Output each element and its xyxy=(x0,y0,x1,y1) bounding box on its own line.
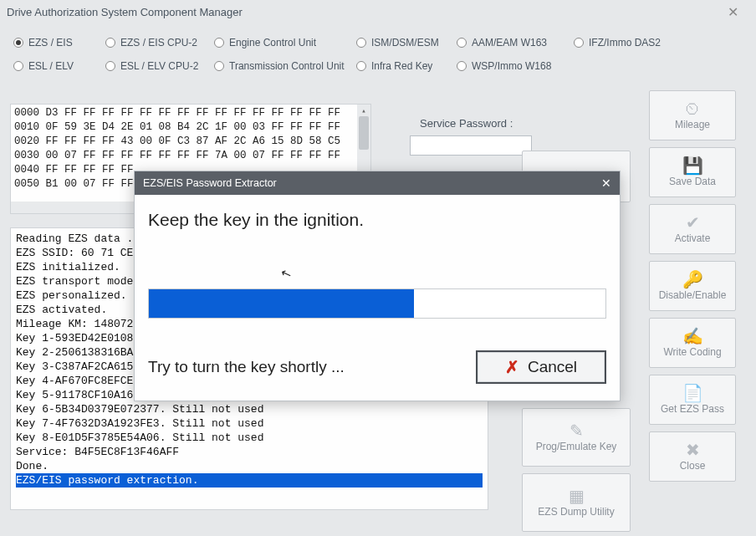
write-icon: ✍ xyxy=(682,328,703,345)
button-label: Close xyxy=(680,460,706,472)
dialog-message: Try to turn the key shortly ... xyxy=(148,358,345,376)
radio-esl-elv-cpu2[interactable]: ESL / ELV CPU-2 xyxy=(105,60,214,72)
log-line: Service: B4F5EC8F13F46AFF xyxy=(16,445,483,459)
dialog-titlebar: EZS/EIS Password Extractor ✕ xyxy=(135,171,620,195)
radio-label: ESL / ELV xyxy=(28,60,74,72)
radio-icon xyxy=(105,61,115,71)
save-icon: 💾 xyxy=(682,157,703,174)
ezs-dump-utility-button[interactable]: ▦EZS Dump Utility xyxy=(522,473,631,532)
progress-bar xyxy=(148,288,606,319)
write-coding-button[interactable]: ✍Write Coding xyxy=(649,318,736,368)
radio-label: Transmission Control Unit xyxy=(229,60,345,72)
log-line: Key 7-4F7632D3A1923FE3. Still not used xyxy=(16,416,483,431)
key-icon: 🔑 xyxy=(682,271,703,288)
log-line: Key 6-5B34D0379E072377. Still not used xyxy=(16,402,483,416)
radio-ezs-eis[interactable]: EZS / EIS xyxy=(13,37,105,48)
window-title: Drive Authorization System Component Man… xyxy=(7,6,243,18)
button-label: Disable/Enable xyxy=(659,289,727,301)
radio-icon xyxy=(214,61,224,71)
prog-emulate-key-button[interactable]: ✎Prog/Emulate Key xyxy=(522,408,631,467)
dialog-body: Keep the key in the ignition. Try to tur… xyxy=(135,195,620,401)
radio-icon xyxy=(457,38,467,48)
radio-label: EZS / EIS xyxy=(28,37,73,48)
cancel-button[interactable]: ✗ Cancel xyxy=(476,350,606,384)
radio-ezs-eis-cpu2[interactable]: EZS / EIS CPU-2 xyxy=(105,37,214,48)
radio-icon xyxy=(356,38,366,48)
right-button-column: ⏲Mileage 💾Save Data ✔Activate 🔑Disable/E… xyxy=(649,90,736,482)
save-data-button[interactable]: 💾Save Data xyxy=(649,147,736,197)
window-titlebar: Drive Authorization System Component Man… xyxy=(0,0,756,23)
close-icon: ✖ xyxy=(686,442,700,458)
window-close-icon[interactable]: ✕ xyxy=(716,4,749,20)
radio-icon xyxy=(13,61,23,71)
radio-ism-dsm-esm[interactable]: ISM/DSM/ESM xyxy=(356,37,457,48)
radio-ifz-immo-das2[interactable]: IFZ/Immo DAS2 xyxy=(574,37,674,48)
radio-label: WSP/Immo W168 xyxy=(472,60,551,72)
button-label: Write Coding xyxy=(663,346,721,358)
activate-button[interactable]: ✔Activate xyxy=(649,204,736,254)
service-password-label: Service Password : xyxy=(420,117,513,130)
hex-line: 0010 0F 59 3E D4 2E 01 08 B4 2C 1F 00 03… xyxy=(14,121,340,133)
radio-icon xyxy=(13,38,23,48)
pen-icon: ✎ xyxy=(570,422,584,439)
radio-wsp-immo[interactable]: WSP/Immo W168 xyxy=(457,60,574,72)
password-extractor-dialog: EZS/EIS Password Extractor ✕ Keep the ke… xyxy=(134,171,621,401)
component-radio-group: EZS / EIS EZS / EIS CPU-2 Engine Control… xyxy=(8,28,748,85)
close-button[interactable]: ✖Close xyxy=(649,431,736,482)
radio-icon xyxy=(457,61,467,71)
radio-label: Engine Control Unit xyxy=(229,37,316,48)
chip-icon: ▦ xyxy=(569,488,585,504)
radio-transmission[interactable]: Transmission Control Unit xyxy=(214,60,356,72)
radio-label: ISM/DSM/ESM xyxy=(371,37,439,48)
hex-line: 0020 FF FF FF FF 43 00 0F C3 87 AF 2C A6… xyxy=(14,135,340,147)
radio-label: IFZ/Immo DAS2 xyxy=(589,37,661,48)
button-label: Mileage xyxy=(675,119,710,130)
radio-icon xyxy=(356,61,366,71)
hex-line: 0040 FF FF FF FF FF xyxy=(14,164,134,176)
dialog-title: EZS/EIS Password Extractor xyxy=(143,177,277,189)
dialog-heading: Keep the key in the ignition. xyxy=(148,210,606,230)
log-line: Key 8-E01D5F3785E54A06. Still not used xyxy=(16,431,483,445)
radio-icon xyxy=(574,38,584,48)
cancel-x-icon: ✗ xyxy=(505,357,519,377)
scroll-thumb[interactable] xyxy=(359,116,369,150)
log-line-active: EZS/EIS password extraction. xyxy=(16,473,483,488)
radio-engine-control[interactable]: Engine Control Unit xyxy=(214,37,356,48)
gauge-icon: ⏲ xyxy=(684,100,701,117)
radio-label: ESL / ELV CPU-2 xyxy=(120,60,198,72)
dialog-close-icon[interactable]: ✕ xyxy=(601,176,611,190)
disable-enable-button[interactable]: 🔑Disable/Enable xyxy=(649,261,736,311)
button-label: Prog/Emulate Key xyxy=(536,441,617,452)
radio-aam-eam[interactable]: AAM/EAM W163 xyxy=(457,37,574,48)
cancel-label: Cancel xyxy=(528,358,577,376)
button-label: EZS Dump Utility xyxy=(538,506,614,518)
button-label: Save Data xyxy=(669,176,716,187)
radio-label: Infra Red Key xyxy=(371,60,432,72)
hex-line: 0050 B1 00 07 FF FF xyxy=(14,178,134,190)
service-password-input[interactable] xyxy=(410,135,532,156)
check-icon: ✔ xyxy=(686,214,700,231)
hex-line: 0030 00 07 FF FF FF FF FF FF FF 7A 00 07… xyxy=(14,150,340,161)
get-ezs-pass-button[interactable]: 📄Get EZS Pass xyxy=(649,375,736,425)
radio-label: EZS / EIS CPU-2 xyxy=(120,37,197,48)
radio-icon xyxy=(214,38,224,48)
radio-esl-elv[interactable]: ESL / ELV xyxy=(13,60,105,72)
radio-icon xyxy=(105,38,115,48)
button-label: Activate xyxy=(675,232,711,244)
document-icon: 📄 xyxy=(682,385,703,401)
radio-infrared-key[interactable]: Infra Red Key xyxy=(356,60,457,72)
log-line: Done. xyxy=(16,459,483,473)
mileage-button[interactable]: ⏲Mileage xyxy=(649,90,736,140)
button-label: Get EZS Pass xyxy=(661,403,724,415)
radio-label: AAM/EAM W163 xyxy=(472,37,547,48)
hex-line: 0000 D3 FF FF FF FF FF FF FF FF FF FF FF… xyxy=(14,107,340,119)
progress-fill xyxy=(149,289,414,318)
main-content: EZS / EIS EZS / EIS CPU-2 Engine Control… xyxy=(0,23,756,94)
